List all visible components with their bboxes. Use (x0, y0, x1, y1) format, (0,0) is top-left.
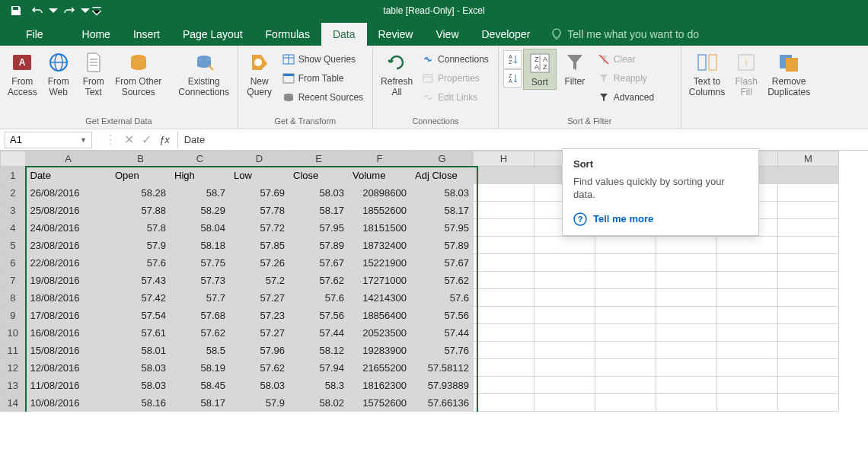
column-header-A[interactable]: A (26, 151, 111, 167)
cell[interactable]: 19/08/2016 (26, 272, 111, 289)
cell[interactable]: 57.23 (230, 307, 289, 324)
cell[interactable]: 57.95 (289, 219, 349, 237)
column-header-H[interactable]: H (474, 151, 535, 167)
cell[interactable]: 58.01 (111, 342, 171, 359)
cell[interactable]: 57.7 (171, 289, 230, 307)
cell[interactable]: 57.75 (171, 254, 230, 272)
show-queries-button[interactable]: Show Queries (278, 50, 368, 68)
cell[interactable]: Low (230, 167, 289, 184)
save-icon[interactable] (6, 2, 26, 20)
formula-input[interactable]: Date (177, 132, 868, 148)
cell[interactable]: 58.03 (411, 184, 474, 202)
cell[interactable] (535, 254, 595, 272)
tab-review[interactable]: Review (367, 23, 425, 46)
cell[interactable] (717, 324, 778, 342)
cell[interactable]: 18552600 (349, 202, 411, 219)
cell[interactable] (656, 272, 717, 289)
cell[interactable]: 57.42 (111, 289, 171, 307)
cell[interactable] (656, 254, 717, 272)
cell[interactable]: 24/08/2016 (26, 219, 111, 237)
cell[interactable] (535, 307, 595, 324)
row-header-5[interactable]: 5 (1, 237, 26, 254)
cell[interactable] (474, 377, 535, 394)
name-box[interactable]: A1▼ (5, 132, 92, 148)
cell[interactable]: 57.95 (411, 219, 474, 237)
cell[interactable]: 57.96 (230, 342, 289, 359)
cell[interactable]: 57.76 (411, 342, 474, 359)
cell[interactable] (535, 377, 595, 394)
cell[interactable] (717, 394, 778, 412)
cell[interactable]: 57.27 (230, 289, 289, 307)
cell[interactable]: 58.04 (171, 219, 230, 237)
text-to-columns-button[interactable]: Text toColumns (686, 49, 728, 100)
cell[interactable] (595, 359, 656, 377)
cell[interactable]: 57.6 (289, 289, 349, 307)
cell[interactable]: 57.2 (230, 272, 289, 289)
cell[interactable]: 57.6 (411, 289, 474, 307)
cell[interactable] (595, 272, 656, 289)
cell[interactable]: 58.17 (171, 394, 230, 412)
cell[interactable]: 57.27 (230, 324, 289, 342)
from-text-button[interactable]: FromText (77, 49, 110, 100)
cell[interactable] (778, 219, 839, 237)
from-table-button[interactable]: From Table (278, 69, 368, 88)
cell[interactable]: 58.45 (171, 377, 230, 394)
cell[interactable] (474, 184, 535, 202)
cell[interactable]: 57.62 (289, 272, 349, 289)
row-header-9[interactable]: 9 (1, 307, 26, 324)
cell[interactable]: 57.66136 (411, 394, 474, 412)
cell[interactable]: 20523500 (349, 324, 411, 342)
cell[interactable]: 17/08/2016 (26, 307, 111, 324)
from-access-button[interactable]: AFromAccess (5, 49, 40, 100)
cell[interactable] (535, 359, 595, 377)
sort-za-button[interactable]: ZA (503, 69, 522, 88)
cell[interactable]: 58.03 (289, 184, 349, 202)
cell[interactable] (595, 237, 656, 254)
cell[interactable] (474, 394, 535, 412)
flash-fill-button[interactable]: FlashFill (729, 49, 763, 100)
cell[interactable]: 57.88 (111, 202, 171, 219)
cell[interactable]: 57.69 (230, 184, 289, 202)
from-web-button[interactable]: FromWeb (42, 49, 75, 100)
cell[interactable] (656, 307, 717, 324)
cell[interactable]: 58.03 (111, 359, 171, 377)
cell[interactable]: 57.8 (111, 219, 171, 237)
row-header-4[interactable]: 4 (1, 219, 26, 237)
cell[interactable]: 58.19 (171, 359, 230, 377)
cell[interactable]: 57.93889 (411, 377, 474, 394)
cell[interactable] (778, 359, 839, 377)
cell[interactable] (656, 359, 717, 377)
cell[interactable] (656, 377, 717, 394)
undo-dropdown-icon[interactable] (49, 2, 58, 20)
row-header-8[interactable]: 8 (1, 289, 26, 307)
cell[interactable]: 57.9 (230, 394, 289, 412)
tab-page-layout[interactable]: Page Layout (171, 23, 254, 46)
sort-button[interactable]: ZAAZSort (523, 49, 557, 90)
column-header-M[interactable]: M (778, 151, 839, 167)
cell[interactable] (656, 237, 717, 254)
tab-home[interactable]: Home (71, 23, 122, 46)
cell[interactable] (474, 237, 535, 254)
cell[interactable]: 57.94 (289, 359, 349, 377)
cell[interactable]: 58.17 (289, 202, 349, 219)
cell[interactable]: 57.78 (230, 202, 289, 219)
column-header-C[interactable]: C (171, 151, 230, 167)
cell[interactable]: 21655200 (349, 359, 411, 377)
cell[interactable] (535, 237, 595, 254)
cell[interactable]: 57.72 (230, 219, 289, 237)
cell[interactable]: 58.03 (111, 377, 171, 394)
cell[interactable]: 58.18 (171, 237, 230, 254)
cell[interactable]: 57.56 (411, 307, 474, 324)
cancel-icon[interactable]: ✕ (124, 132, 134, 147)
undo-icon[interactable] (27, 2, 47, 20)
refresh-all-button[interactable]: RefreshAll (378, 49, 416, 100)
tab-data[interactable]: Data (321, 23, 367, 46)
cell[interactable] (595, 289, 656, 307)
tell-me-search[interactable]: Tell me what you want to do (541, 23, 708, 46)
cell[interactable]: Adj Close (411, 167, 474, 184)
cell[interactable] (595, 324, 656, 342)
cell[interactable]: 17271000 (349, 272, 411, 289)
cell[interactable] (474, 202, 535, 219)
cell[interactable] (595, 394, 656, 412)
cell[interactable] (474, 254, 535, 272)
